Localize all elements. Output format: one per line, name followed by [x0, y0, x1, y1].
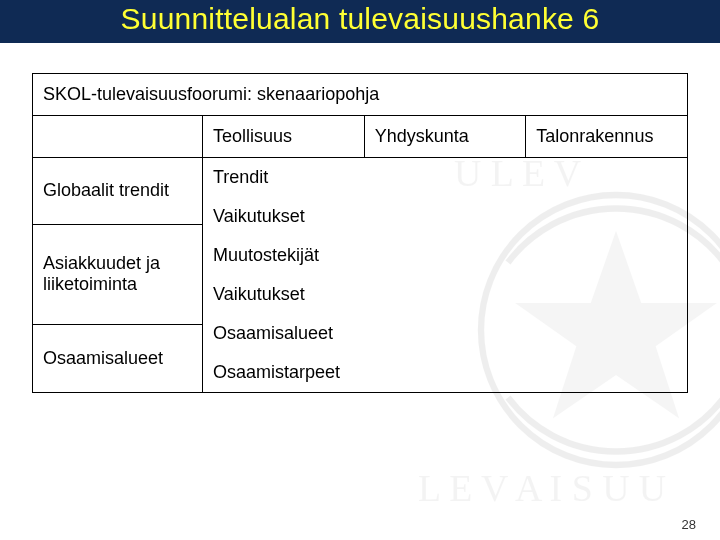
header-empty: [33, 115, 203, 157]
page-number: 28: [682, 517, 696, 532]
slide-title: Suunnittelualan tulevaisuushanke 6: [0, 0, 720, 43]
stack-item-vaikutukset-1: Vaikutukset: [203, 197, 687, 236]
col-header-3: Talonrakennus: [526, 115, 688, 157]
table-heading: SKOL-tulevaisuusfoorumi: skenaariopohja: [33, 73, 688, 115]
stack-item-osaamistarpeet: Osaamistarpeet: [203, 353, 687, 392]
scenario-table: SKOL-tulevaisuusfoorumi: skenaariopohja …: [32, 73, 688, 393]
stack-item-vaikutukset-2: Vaikutukset: [203, 275, 687, 314]
row-label-global-trends: Globaalit trendit: [33, 157, 203, 224]
stack-item-muutostekijat: Muutostekijät: [203, 236, 687, 275]
stack-item-trendit: Trendit: [203, 158, 687, 197]
row-label-asiakkuudet: Asiakkuudet ja liiketoiminta: [33, 224, 203, 325]
stack-item-osaamisalueet: Osaamisalueet: [203, 314, 687, 353]
slide-body: SKOL-tulevaisuusfoorumi: skenaariopohja …: [0, 43, 720, 393]
col-header-1: Teollisuus: [203, 115, 365, 157]
stack-cell: Trendit Vaikutukset Muutostekijät Vaikut…: [203, 157, 688, 392]
row-label-osaamisalueet: Osaamisalueet: [33, 325, 203, 392]
svg-text:L E V A I S U U: L E V A I S U U: [418, 467, 666, 509]
col-header-2: Yhdyskunta: [364, 115, 526, 157]
